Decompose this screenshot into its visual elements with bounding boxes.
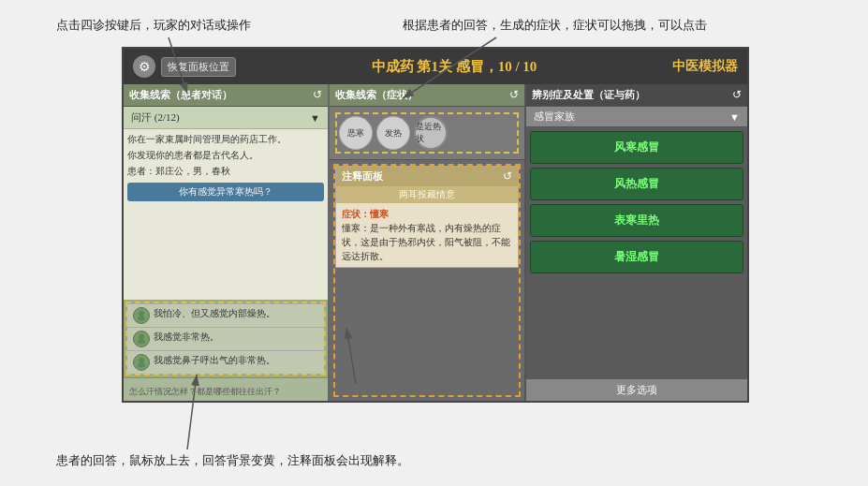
symptom-chip-1[interactable]: 恶寒 [339, 116, 373, 150]
help-panel-arrow[interactable]: ↺ [503, 169, 512, 184]
header-center: 中成药 第1关 感冒，10 / 10 [236, 58, 672, 76]
topic-arrow-icon: ▼ [310, 112, 320, 124]
mid-col-header: 收集线索（症状） ↺ [330, 84, 524, 107]
responses-area: 我怕冷、但又感觉内部燥热。 我感觉非常热。 我感觉鼻子呼出气的非常热。 [127, 303, 324, 374]
dialogue-line-2: 你发现你的患者都是古代名人。 [127, 149, 324, 162]
svg-point-1 [138, 317, 145, 321]
diagnosis-list: 风寒感冒 风热感冒 表寒里热 暑湿感冒 [526, 127, 747, 379]
response-text-3: 我感觉鼻子呼出气的非常热。 [154, 354, 275, 366]
topic-text: 问汗 (2/12) [131, 110, 180, 125]
game-container: ⚙ 恢复面板位置 中成药 第1关 感冒，10 / 10 中医模拟器 收集线索（患… [122, 47, 749, 403]
svg-point-2 [139, 334, 144, 340]
help-panel: 注释面板 ↺ 两耳投藏情意 症状：懂寒 懂寒：是一种外有寒战，内有燥热的症状，这… [335, 166, 519, 268]
selector-arrow-icon: ▼ [729, 111, 740, 123]
dialogue-topic[interactable]: 问汗 (2/12) ▼ [124, 107, 328, 129]
diagnosis-more[interactable]: 更多选项 [526, 379, 747, 401]
header-bar: ⚙ 恢复面板位置 中成药 第1关 感冒，10 / 10 中医模拟器 [124, 49, 747, 84]
annotation-top-right: 根据患者的回答，生成的症状，症状可以拖拽，可以点击 [403, 17, 707, 34]
help-panel-content: 症状：懂寒 懂寒：是一种外有寒战，内有燥热的症状，这是由于热邪内伏，阳气被阻，不… [336, 203, 518, 267]
diagnosis-item-2[interactable]: 风热感冒 [530, 168, 743, 200]
symptom-chip-3[interactable]: 是近热状 [414, 116, 448, 150]
diagnosis-selector[interactable]: 感冒家族 ▼ [526, 107, 747, 127]
svg-point-0 [139, 311, 144, 317]
response-item-3[interactable]: 我感觉鼻子呼出气的非常热。 [127, 351, 324, 374]
left-col-arrow[interactable]: ↺ [313, 88, 322, 102]
help-symptom-label: 症状：懂寒 [342, 207, 512, 221]
response-avatar-1 [133, 307, 150, 324]
right-col-header: 辨别症及处置（证与药） ↺ [526, 84, 747, 107]
svg-point-3 [138, 340, 145, 345]
response-item-2[interactable]: 我感觉非常热。 [127, 328, 324, 351]
response-avatar-2 [133, 331, 150, 347]
col-left: 收集线索（患者对话） ↺ 问汗 (2/12) ▼ 你在一家束属时间管理局的药店工… [124, 84, 330, 401]
diagnosis-item-3[interactable]: 表寒里热 [530, 204, 743, 237]
header-left: ⚙ 恢复面板位置 [133, 55, 236, 78]
symptom-dashed: 恶寒 发热 是近热状 [335, 112, 519, 154]
help-description: 懂寒：是一种外有寒战，内有燥热的症状，这是由于热邪内伏，阳气被阻，不能远达折散。 [342, 221, 512, 263]
right-col-title: 辨别症及处置（证与药） [532, 88, 645, 102]
symptom-chip-2[interactable]: 发热 [376, 116, 410, 150]
mid-col-title: 收集线索（症状） [335, 88, 418, 102]
restore-button[interactable]: 恢复面板位置 [161, 57, 236, 77]
response-dashed: 我怕冷、但又感觉内部燥热。 我感觉非常热。 我感觉鼻子呼出气的非常热。 [125, 302, 326, 376]
selector-text: 感冒家族 [534, 110, 575, 124]
diagnosis-item-1[interactable]: 风寒感冒 [530, 131, 743, 164]
help-panel-subtitle: 两耳投藏情意 [336, 186, 518, 203]
dialogue-line-1: 你在一家束属时间管理局的药店工作。 [127, 133, 324, 146]
help-panel-title: 注释面板 [342, 169, 383, 184]
col-right: 辨别症及处置（证与药） ↺ 感冒家族 ▼ 风寒感冒 风热感冒 表寒里热 暑湿感冒… [526, 84, 747, 401]
response-text-2: 我感觉非常热。 [154, 331, 219, 343]
response-avatar-3 [133, 354, 150, 371]
columns: 收集线索（患者对话） ↺ 问汗 (2/12) ▼ 你在一家束属时间管理局的药店工… [124, 84, 747, 401]
header-center-text: 中成药 第1关 感冒，10 / 10 [372, 59, 537, 74]
header-right: 中医模拟器 [672, 58, 738, 75]
diagnosis-item-4[interactable]: 暑湿感冒 [530, 241, 743, 273]
footer-text: 怎么汗情况怎样？都是哪些都往往出汗？ [129, 387, 281, 396]
response-text-1: 我怕冷、但又感觉内部燥热。 [154, 307, 275, 319]
svg-point-4 [139, 358, 144, 363]
dialogue-question: 你有感觉异常寒热吗？ [127, 183, 324, 201]
help-dashed: 注释面板 ↺ 两耳投藏情意 症状：懂寒 懂寒：是一种外有寒战，内有燥热的症状，这… [333, 164, 521, 397]
help-panel-header: 注释面板 ↺ [336, 167, 518, 186]
mid-col-arrow[interactable]: ↺ [509, 88, 519, 102]
svg-point-5 [138, 363, 145, 368]
dialogue-npc-info: 患者：郑庄公，男，春秋 [127, 165, 324, 178]
gear-icon[interactable]: ⚙ [133, 55, 155, 78]
left-col-header: 收集线索（患者对话） ↺ [124, 84, 328, 107]
annotation-bottom: 患者的回答，鼠标放上去，回答背景变黄，注释面板会出现解释。 [56, 452, 409, 469]
annotation-top-left: 点击四诊按键后，玩家的对话或操作 [56, 17, 251, 34]
right-col-arrow[interactable]: ↺ [732, 88, 742, 102]
dialogue-footer: 怎么汗情况怎样？都是哪些都往往出汗？ [124, 377, 328, 401]
response-item-1[interactable]: 我怕冷、但又感觉内部燥热。 [127, 304, 324, 328]
dialogue-content: 你在一家束属时间管理局的药店工作。 你发现你的患者都是古代名人。 患者：郑庄公，… [124, 129, 328, 300]
col-mid: 收集线索（症状） ↺ 恶寒 发热 是近热状 [330, 84, 526, 401]
left-col-title: 收集线索（患者对话） [129, 88, 232, 102]
symptoms-container: 恶寒 发热 是近热状 [330, 107, 524, 160]
